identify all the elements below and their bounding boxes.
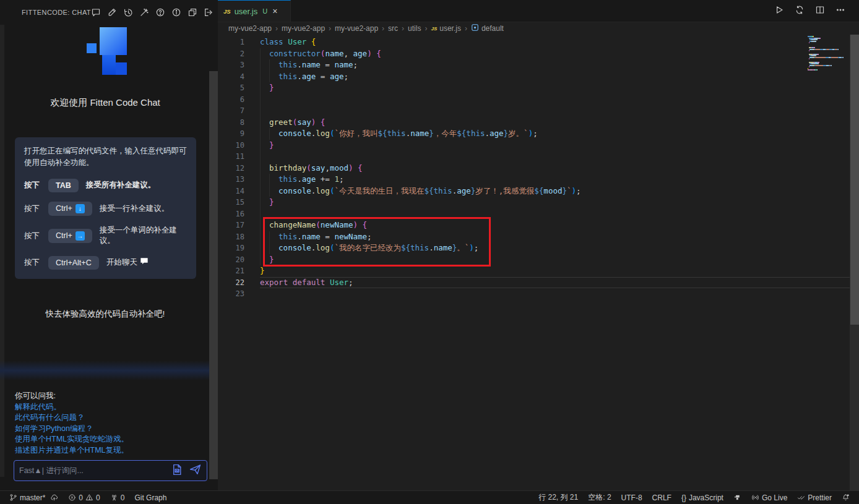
- breadcrumb-item-src[interactable]: src: [388, 24, 398, 33]
- token-fn: birthday: [269, 163, 306, 173]
- statusbar-encoding[interactable]: UTF-8: [618, 491, 645, 504]
- sign-out-icon[interactable]: [204, 7, 214, 18]
- indent-guide: [260, 197, 269, 208]
- chat-input[interactable]: [19, 466, 171, 475]
- token-b3: ): [469, 243, 474, 252]
- statusbar-indentation[interactable]: 空格: 2: [585, 491, 614, 504]
- statusbar-branch[interactable]: master*: [6, 491, 61, 504]
- window-restore-icon[interactable]: [188, 7, 198, 18]
- line-content: birthday(say,mood) {: [260, 163, 859, 174]
- history-icon[interactable]: [123, 7, 134, 18]
- send-icon[interactable]: [189, 463, 202, 478]
- go-live-label: Go Live: [762, 493, 787, 502]
- breadcrumb-separator: ›: [402, 24, 404, 33]
- fitten-mini-icon: [733, 493, 741, 502]
- indent-guide: [260, 163, 269, 174]
- suggested-question-3[interactable]: 如何学习Python编程？: [15, 424, 129, 435]
- breadcrumb-label: user.js: [439, 24, 461, 33]
- breadcrumb-item-default[interactable]: default: [471, 23, 504, 33]
- breadcrumb-item-utils[interactable]: utils: [408, 24, 421, 33]
- line-number: 13: [218, 174, 244, 186]
- line-number: 19: [218, 242, 244, 254]
- line-content: [260, 288, 859, 300]
- card-intro-text: 打开您正在编写的代码文件，输入任意代码即可使用自动补全功能。: [24, 145, 187, 169]
- minimap[interactable]: [808, 36, 847, 73]
- warning-count: 0: [96, 493, 100, 502]
- token-b2: {: [358, 163, 363, 173]
- code-line-12: 12birthday(say,mood) {: [218, 163, 859, 174]
- statusbar-ports[interactable]: 0: [107, 491, 128, 504]
- run-icon[interactable]: [774, 5, 784, 17]
- sidebar-scrollbar[interactable]: [209, 71, 218, 479]
- suggested-question-2[interactable]: 此代码有什么问题？: [15, 412, 129, 424]
- token-kw: this: [410, 243, 429, 252]
- sidebar-scrollbar-slider[interactable]: [209, 71, 218, 479]
- suggested-question-1[interactable]: 解释此代码。: [15, 402, 129, 413]
- code-line-2: 2constructor(name, age) {: [218, 48, 859, 60]
- minimap-token: [809, 50, 809, 51]
- breadcrumb-item-my-vue2-app[interactable]: my-vue2-app: [282, 24, 325, 33]
- statusbar-notifications[interactable]: [839, 491, 853, 504]
- editor-actions: [774, 0, 859, 22]
- statusbar-language[interactable]: {} JavaScript: [678, 491, 727, 504]
- open-changes-icon[interactable]: [795, 5, 805, 17]
- token-var: age: [330, 72, 344, 81]
- line-content: console.log(`我的名字已经改为${this.name}。`);: [260, 242, 859, 254]
- ask-header: 你可以问我:: [15, 391, 129, 402]
- edit-icon[interactable]: [107, 7, 118, 18]
- token-pln: .: [297, 60, 302, 69]
- git-graph-label: Git Graph: [134, 493, 166, 502]
- ask-section: 你可以问我: 解释此代码。此代码有什么问题？如何学习Python编程？使用单个H…: [15, 391, 129, 456]
- comment-icon[interactable]: [91, 7, 101, 18]
- indent-guide: [269, 186, 278, 197]
- key-badge: TAB: [48, 179, 79, 192]
- statusbar-fitten-icon[interactable]: [730, 491, 745, 504]
- token-var: name: [325, 49, 343, 58]
- key-text: Ctrl+: [56, 231, 72, 240]
- split-editor-icon[interactable]: [815, 5, 825, 17]
- token-str: 岁了！,我感觉很: [475, 186, 534, 195]
- token-pln: .: [429, 243, 434, 252]
- code-line-3: 3this.name = name;: [218, 59, 859, 71]
- statusbar-eol[interactable]: CRLF: [649, 491, 675, 504]
- minimap-token: [815, 65, 823, 66]
- token-var: mood: [543, 186, 562, 195]
- chat-input-icons: [171, 463, 202, 478]
- code-lines: 1class User {2constructor(name, age) {3t…: [218, 36, 859, 300]
- minimap-token: [820, 38, 821, 39]
- suggested-question-4[interactable]: 使用单个HTML实现贪吃蛇游戏。: [15, 434, 129, 445]
- token-ctl: export: [260, 278, 288, 287]
- tab-close-icon[interactable]: ×: [272, 7, 277, 15]
- token-str: 岁。`: [508, 129, 529, 138]
- breadcrumb-item-user.js[interactable]: JSuser.js: [431, 24, 460, 33]
- token-kw: this: [278, 72, 297, 81]
- token-tpl: ${: [424, 186, 433, 195]
- statusbar-prettier[interactable]: Prettier: [794, 491, 835, 504]
- token-pln: .: [297, 72, 302, 81]
- token-kw: this: [466, 129, 485, 138]
- attach-image-icon[interactable]: [171, 463, 184, 478]
- encoding-label: UTF-8: [621, 493, 642, 502]
- suggested-question-5[interactable]: 描述图片并通过单个HTML复现。: [15, 445, 129, 456]
- statusbar-go-live[interactable]: Go Live: [748, 491, 790, 504]
- breadcrumb-item-my-vue2-app[interactable]: my-vue2-app: [228, 24, 272, 33]
- token-fn: greet: [269, 117, 293, 127]
- bell-icon: [842, 493, 850, 502]
- token-pln: .: [297, 232, 302, 241]
- statusbar-cursor-position[interactable]: 行 22, 列 21: [535, 491, 581, 504]
- token-pln: [325, 278, 330, 287]
- tab-userjs[interactable]: JS user.js U ×: [218, 0, 291, 22]
- editor-scrollbar[interactable]: [850, 35, 859, 490]
- breadcrumb-item-my-vue2-app[interactable]: my-vue2-app: [335, 24, 378, 33]
- line-number: 9: [218, 128, 244, 140]
- breadcrumb: my-vue2-app›my-vue2-app›my-vue2-app›src›…: [218, 22, 859, 35]
- more-icon[interactable]: [835, 5, 845, 17]
- code-line-1: 1class User {: [218, 36, 859, 48]
- editor-scrollbar-slider[interactable]: [850, 35, 859, 325]
- statusbar-git-graph[interactable]: Git Graph: [131, 491, 170, 504]
- statusbar-problems[interactable]: 0 0: [65, 491, 103, 504]
- help-icon[interactable]: [155, 7, 166, 18]
- magic-wand-icon[interactable]: [139, 7, 150, 18]
- token-var: age: [302, 72, 316, 81]
- info-icon[interactable]: [171, 7, 182, 18]
